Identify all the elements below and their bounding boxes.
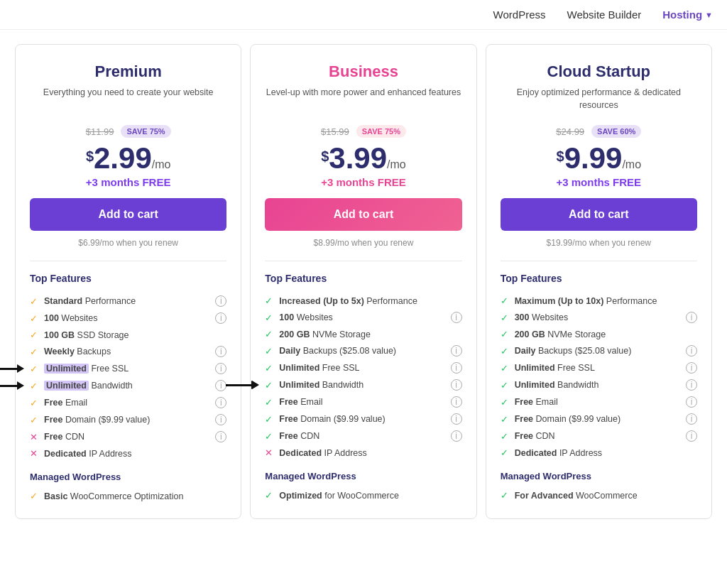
feature-bold: Free [44,432,62,442]
x-icon: ✕ [30,448,40,459]
check-yellow-icon: ✓ [30,364,40,374]
feature-item: ✓ Free Domain ($9.99 value) i [30,411,226,428]
check-green-icon: ✓ [265,380,275,391]
feature-desc: Performance [82,296,136,306]
free-months: +3 months FREE [265,176,461,188]
plan-name: Cloud Startup [501,62,697,81]
feature-item: ✓ Unlimited Bandwidth i [30,377,226,394]
check-yellow-icon: ✓ [30,330,40,340]
feature-desc: NVMe Storage [545,330,606,339]
feature-left: ✕ Dedicated IP Address [265,447,366,458]
feature-left: ✓ 100 GB SSD Storage [30,330,129,340]
feature-left: ✓ Daily Backups ($25.08 value) [501,346,632,356]
info-icon[interactable]: i [215,414,226,425]
check-green-icon: ✓ [501,431,510,442]
arrow-annotation [0,364,24,373]
feature-text: Maximum (Up to 10x) Performance [515,296,657,306]
save-badge: SAVE 75% [356,125,406,138]
feature-bold: 100 GB [44,330,75,340]
info-icon[interactable]: i [451,345,462,356]
feature-bold: Free [515,397,533,407]
plan-name: Premium [30,62,226,81]
info-icon[interactable]: i [215,312,226,324]
feature-bold: Maximum (Up to 10x) [515,296,604,306]
feature-text: Free CDN [515,431,555,441]
feature-desc: IP Address [557,448,602,458]
info-icon[interactable]: i [451,312,462,323]
feature-desc: SSD Storage [75,330,129,340]
navbar: WordPress Website Builder Hosting ▼ [0,0,727,30]
feature-left: ✓ Standard Performance [30,296,136,307]
add-to-cart-button[interactable]: Add to cart [501,198,697,231]
info-icon[interactable]: i [686,312,697,323]
nav-wordpress[interactable]: WordPress [493,9,546,21]
feature-text: Dedicated IP Address [279,448,366,458]
feature-desc: WooCommerce [574,491,638,501]
check-green-icon: ✓ [501,490,510,501]
add-to-cart-button[interactable]: Add to cart [30,198,226,231]
info-icon[interactable]: i [215,346,226,357]
chevron-down-icon: ▼ [705,11,713,19]
features-title: Top Features [30,273,226,284]
feature-bold: Free [44,415,62,425]
check-green-icon: ✓ [501,346,510,356]
feature-left: ✓ Free Domain ($9.99 value) [265,414,385,425]
feature-bold: Unlimited [279,380,319,390]
info-icon[interactable]: i [686,345,697,356]
info-icon[interactable]: i [215,397,226,408]
feature-bold: For Advanced [515,491,574,501]
free-months: +3 months FREE [501,176,697,188]
info-icon[interactable]: i [686,413,697,425]
feature-item: ✓ 100 GB SSD Storage [30,327,226,343]
check-green-icon: ✓ [501,447,510,458]
price-row: $11.99 SAVE 75% [30,125,226,138]
info-icon[interactable]: i [215,363,226,374]
original-price: $11.99 [86,126,114,137]
add-to-cart-button[interactable]: Add to cart [265,198,461,231]
feature-desc: WooCommerce Optimization [67,491,183,501]
feature-left: ✓ Basic WooCommerce Optimization [30,491,183,501]
check-green-icon: ✓ [265,490,275,501]
renew-price: $19.99/mo when you renew [501,238,697,248]
feature-bold: Unlimited [44,364,89,374]
feature-bold: 200 GB [279,330,310,339]
feature-text: Daily Backups ($25.08 value) [279,346,396,356]
free-months: +3 months FREE [30,176,226,188]
arrow-annotation [0,381,24,390]
feature-bold: 100 [44,313,59,323]
info-icon[interactable]: i [686,430,697,442]
feature-text: 300 Websites [515,312,569,322]
check-yellow-icon: ✓ [30,491,40,501]
info-icon[interactable]: i [451,413,462,425]
feature-desc: CDN [298,431,320,441]
feature-left: ✓ 100 Websites [265,312,333,323]
feature-bold: Unlimited [515,380,555,390]
feature-left: ✓ Unlimited Bandwidth [501,380,599,391]
info-icon[interactable]: i [215,295,226,307]
info-icon[interactable]: i [451,396,462,408]
feature-text: Free Email [279,397,322,407]
check-green-icon: ✓ [501,363,510,374]
feature-left: ✓ Free Email [501,397,558,408]
nav-hosting[interactable]: Hosting ▼ [662,9,713,21]
info-icon[interactable]: i [215,380,226,391]
feature-left: ✓ 200 GB NVMe Storage [501,329,606,339]
feature-left: ✓ Increased (Up to 5x) Performance [265,295,417,306]
managed-feature-list: ✓ Optimized for WooCommerce [265,487,461,503]
info-icon[interactable]: i [686,362,697,374]
feature-text: Free CDN [279,431,319,441]
info-icon[interactable]: i [686,379,697,391]
info-icon[interactable]: i [451,379,462,391]
info-icon[interactable]: i [215,431,226,442]
feature-text: Dedicated IP Address [515,448,602,458]
feature-text: Standard Performance [44,296,136,306]
info-icon[interactable]: i [686,396,697,408]
managed-feature-item: ✓ Optimized for WooCommerce [265,487,461,503]
feature-desc: Domain ($9.99 value) [298,414,386,424]
info-icon[interactable]: i [451,430,462,442]
nav-website-builder[interactable]: Website Builder [567,9,642,21]
check-green-icon: ✓ [501,380,510,391]
info-icon[interactable]: i [451,362,462,374]
check-green-icon: ✓ [265,329,275,339]
feature-left: ✕ Free CDN [30,432,84,442]
